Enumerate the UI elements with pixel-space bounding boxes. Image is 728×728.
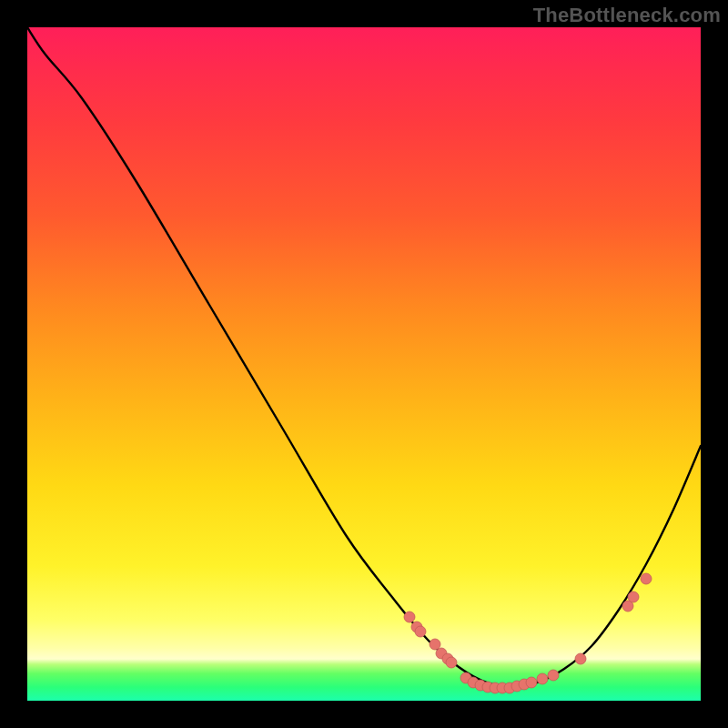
data-dots xyxy=(404,573,652,693)
bottleneck-curve xyxy=(27,27,701,687)
data-dot xyxy=(446,657,457,668)
data-dot xyxy=(641,573,652,584)
data-dot xyxy=(526,677,537,688)
data-dot xyxy=(628,592,639,602)
data-dot xyxy=(404,612,415,622)
data-dot xyxy=(415,626,426,637)
data-dot xyxy=(548,670,559,681)
watermark-text: TheBottleneck.com xyxy=(533,4,721,27)
data-dot xyxy=(575,653,586,664)
data-dot xyxy=(537,673,548,684)
chart-frame: TheBottleneck.com xyxy=(0,0,728,728)
curve-layer xyxy=(27,27,701,701)
data-dot xyxy=(430,639,440,650)
plot-area xyxy=(27,27,701,701)
